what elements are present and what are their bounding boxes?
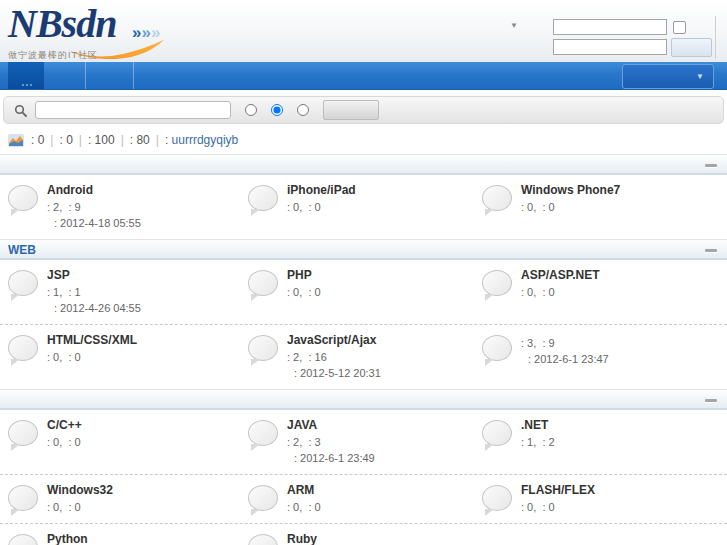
stats-bar: : 0 | : 0 | : 100 | : 80 | : uurrrdgyqiy… [0, 124, 727, 154]
login-button[interactable] [671, 38, 712, 57]
stat-item: : 0 [59, 133, 72, 147]
forum-bubble-icon [8, 534, 38, 545]
forum-section-mobile: Android : 2, : 9 : 2012-4-18 05:55 iPhon… [0, 154, 727, 239]
forum-stats: : 0, : 0 [287, 286, 321, 298]
forum-bubble-icon [248, 534, 278, 545]
forum-stats: : 2, : 3 [287, 436, 375, 448]
forum-section-web: WEB JSP : 1, : 1 : 2012-4-26 04:55 PHP :… [0, 239, 727, 389]
forum-title[interactable]: Android [47, 183, 141, 197]
nav-dropdown-button[interactable]: ▼ [622, 64, 714, 89]
stat-link-prefix: : [165, 133, 172, 147]
forum-cell-unnamed: : 3, : 9 : 2012-6-1 23:47 [482, 333, 727, 379]
section-header [0, 389, 727, 410]
main-nav: ▼ [0, 62, 727, 90]
stat-separator: | [44, 133, 59, 147]
forum-stats: : 0, : 0 [47, 436, 82, 448]
forum-cell-android: Android : 2, : 9 : 2012-4-18 05:55 [8, 183, 248, 229]
username-field[interactable] [553, 19, 667, 35]
forum-stats: : 0, : 0 [287, 201, 356, 213]
forum-cell-wp7: Windows Phone7 : 0, : 0 [482, 183, 727, 229]
forum-cell-html: HTML/CSS/XML : 0, : 0 [8, 333, 248, 379]
forum-title[interactable]: ASP/ASP.NET [521, 268, 599, 282]
search-scope-radio-1[interactable] [245, 104, 257, 116]
forum-stats: : 2, : 16 [287, 351, 381, 363]
logo-tagline: 做宁波最棒的IT社区 [8, 49, 98, 62]
header-divider [715, 16, 716, 59]
forum-title[interactable]: Ruby [287, 532, 321, 545]
forum-bubble-icon [8, 485, 38, 511]
nav-tab-3[interactable] [86, 62, 134, 89]
forum-cell-dotnet: .NET : 1, : 2 [482, 418, 727, 464]
forum-row: Windows32 : 0, : 0 ARM : 0, : 0 FLASH/FL… [0, 474, 727, 523]
nav-tab-home[interactable] [8, 62, 44, 89]
forum-cell-jsp: JSP : 1, : 1 : 2012-4-26 04:55 [8, 268, 248, 314]
forum-cell-asp: ASP/ASP.NET : 0, : 0 [482, 268, 727, 314]
chevron-down-icon: ▼ [696, 72, 704, 81]
forum-cell-empty [482, 532, 727, 545]
forum-bubble-icon [248, 485, 278, 511]
chart-icon [8, 134, 24, 147]
nav-tab-2[interactable] [44, 62, 86, 89]
forum-cell-windows32: Windows32 : 0, : 0 [8, 483, 248, 513]
forum-row: C/C++ : 0, : 0 JAVA : 2, : 3 : 2012-6-1 … [0, 410, 727, 474]
forum-title[interactable]: ARM [287, 483, 321, 497]
forum-title[interactable]: .NET [521, 418, 555, 432]
stat-item: : 80 [130, 133, 150, 147]
forum-bubble-icon [482, 185, 512, 211]
forum-title[interactable]: iPhone/iPad [287, 183, 356, 197]
forum-stats: : 0, : 0 [521, 201, 620, 213]
forum-stats: : 0, : 0 [47, 501, 113, 513]
forum-bubble-icon [482, 485, 512, 511]
forum-cell-cpp: C/C++ : 0, : 0 [8, 418, 248, 464]
forum-stats: : 0, : 0 [521, 501, 595, 513]
forum-cell-java: JAVA : 2, : 3 : 2012-6-1 23:49 [248, 418, 482, 464]
forum-stats: : 0, : 0 [47, 351, 137, 363]
forum-title[interactable]: FLASH/FLEX [521, 483, 595, 497]
forum-title[interactable]: JavaScript/Ajax [287, 333, 381, 347]
login-area: ▼ [497, 0, 727, 62]
section-header [0, 154, 727, 175]
forum-row: Android : 2, : 9 : 2012-4-18 05:55 iPhon… [0, 175, 727, 239]
forum-title[interactable]: HTML/CSS/XML [47, 333, 137, 347]
search-scope-radio-3[interactable] [297, 104, 309, 116]
remember-checkbox[interactable] [673, 21, 686, 34]
newest-member-link[interactable]: uurrrdgyqiyb [172, 133, 239, 147]
section-title: WEB [8, 243, 36, 257]
site-header: NBsdn »»» 做宁波最棒的IT社区 ▼ [0, 0, 727, 62]
forum-title[interactable]: PHP [287, 268, 321, 282]
stat-separator: | [150, 133, 165, 147]
collapse-icon[interactable] [705, 164, 717, 167]
forum-cell-ruby: Ruby : 0, : 0 [248, 532, 482, 545]
search-button[interactable] [323, 100, 379, 120]
section-header: WEB [0, 239, 727, 260]
forum-cell-arm: ARM : 0, : 0 [248, 483, 482, 513]
forum-title[interactable]: Windows32 [47, 483, 113, 497]
header-dropdown-caret-icon[interactable]: ▼ [510, 21, 518, 30]
search-icon [14, 104, 27, 117]
forum-title[interactable]: C/C++ [47, 418, 82, 432]
forum-bubble-icon [8, 420, 38, 446]
stat-separator: | [73, 133, 88, 147]
forum-title[interactable]: Python [47, 532, 88, 545]
site-logo[interactable]: NBsdn »»» 做宁波最棒的IT社区 [8, 2, 208, 60]
collapse-icon[interactable] [705, 399, 717, 402]
stat-item: : 100 [88, 133, 115, 147]
password-field[interactable] [553, 39, 667, 55]
forum-row: Python : 2, : 9 Ruby : 0, : 0 [0, 523, 727, 545]
forum-bubble-icon [248, 270, 278, 296]
search-scope-radio-2[interactable] [271, 104, 283, 116]
forum-bubble-icon [482, 270, 512, 296]
forum-last-post: : 2012-4-26 04:55 [47, 302, 141, 314]
search-input[interactable] [35, 101, 231, 119]
forum-row: HTML/CSS/XML : 0, : 0 JavaScript/Ajax : … [0, 324, 727, 389]
forum-cell-python: Python : 2, : 9 [8, 532, 248, 545]
forum-cell-iphone: iPhone/iPad : 0, : 0 [248, 183, 482, 229]
forum-bubble-icon [8, 185, 38, 211]
forum-title[interactable]: JAVA [287, 418, 375, 432]
forum-bubble-icon [248, 185, 278, 211]
forum-title[interactable]: Windows Phone7 [521, 183, 620, 197]
forum-title[interactable]: JSP [47, 268, 141, 282]
collapse-icon[interactable] [705, 249, 717, 252]
forum-bubble-icon [8, 270, 38, 296]
forum-bubble-icon [482, 420, 512, 446]
